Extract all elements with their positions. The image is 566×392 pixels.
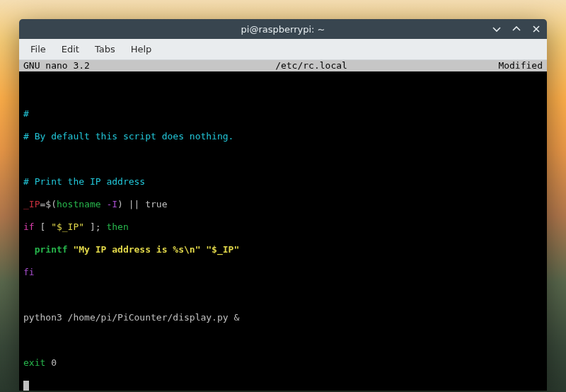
window-controls (492, 24, 541, 34)
code-line (23, 86, 543, 97)
command-line: python3 /home/pi/PiCounter/display.py & (23, 312, 239, 323)
command: hostname (57, 199, 106, 209)
code-line: # By default this script does nothing. (23, 131, 543, 142)
code-line: printf "My IP address is %s\n" "$_IP" (23, 244, 543, 255)
text: ]; (84, 221, 106, 232)
menu-file[interactable]: File (23, 41, 53, 57)
code-line (23, 289, 543, 301)
comment: # Print the IP address (23, 176, 145, 187)
keyword-if: if (23, 221, 35, 232)
nano-status: Modified (458, 60, 543, 71)
code-line (23, 154, 543, 165)
terminal-window: pi@raspberrypi: ~ File Edit Tabs Help GN… (19, 19, 547, 391)
text: 0 (45, 357, 57, 368)
keyword-fi: fi (23, 267, 35, 277)
terminal-area[interactable]: GNU nano 3.2 /etc/rc.local Modified # # … (19, 60, 547, 391)
menu-edit[interactable]: Edit (54, 41, 86, 57)
command: printf (35, 244, 74, 255)
indent (23, 244, 35, 255)
variable: _IP (23, 199, 40, 209)
minimize-button[interactable] (492, 24, 502, 34)
close-button[interactable] (531, 24, 541, 34)
code-line: python3 /home/pi/PiCounter/display.py & (23, 312, 543, 323)
text: || true (123, 199, 168, 209)
keyword-then: then (106, 221, 128, 232)
code-line: exit 0 (23, 357, 543, 369)
string: "$_IP" (51, 221, 84, 232)
subshell-open: $( (45, 199, 57, 209)
code-line (23, 335, 543, 346)
code-line: _IP=$(hostname -I) || true (23, 199, 543, 210)
code-line: fi (23, 267, 543, 278)
comment: # (23, 108, 29, 119)
window-title: pi@raspberrypi: ~ (19, 24, 547, 35)
code-line: # Print the IP address (23, 176, 543, 188)
menu-tabs[interactable]: Tabs (88, 41, 122, 57)
code-line: if [ "$_IP" ]; then (23, 221, 543, 233)
maximize-button[interactable] (512, 24, 521, 34)
string: "My IP address is %s\n" (73, 244, 206, 255)
flag: -I (106, 199, 117, 209)
nano-file-path: /etc/rc.local (165, 60, 458, 71)
menubar: File Edit Tabs Help (19, 39, 547, 60)
titlebar[interactable]: pi@raspberrypi: ~ (19, 19, 547, 39)
command: exit (23, 357, 45, 368)
comment: # By default this script does nothing. (23, 131, 233, 142)
cursor-icon (23, 381, 29, 391)
text: [ (35, 221, 51, 232)
subshell-close: ) (117, 199, 123, 209)
string: "$_IP" (206, 244, 239, 255)
nano-app-name: GNU nano 3.2 (23, 60, 165, 71)
menu-help[interactable]: Help (124, 41, 159, 57)
code-line: # (23, 108, 543, 120)
nano-editor-body[interactable]: # # By default this script does nothing.… (19, 71, 547, 391)
nano-header: GNU nano 3.2 /etc/rc.local Modified (19, 60, 547, 71)
cursor-line (23, 380, 543, 391)
